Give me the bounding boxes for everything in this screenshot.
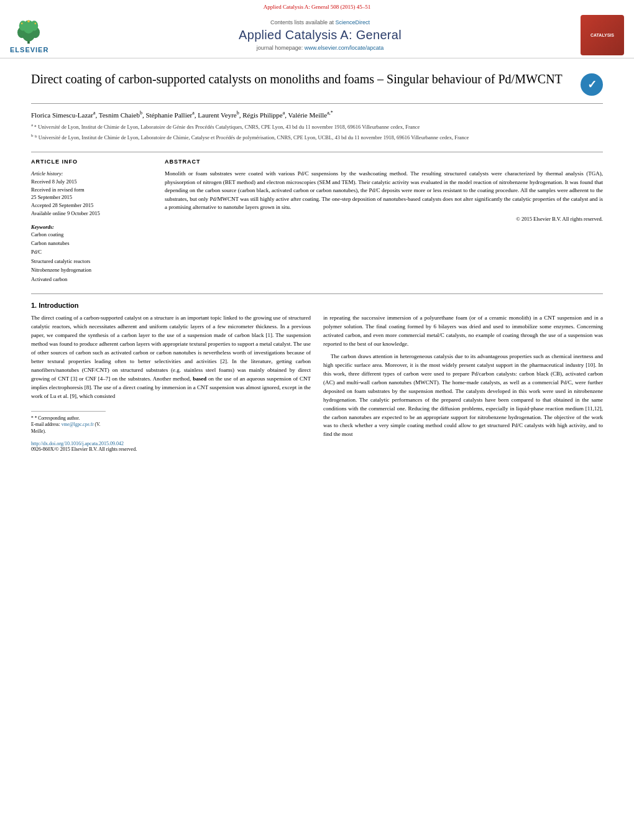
header-center: Contents lists available at ScienceDirec… [60, 19, 581, 51]
footnote-star-line: * * Corresponding author. [31, 415, 106, 422]
abstract-column: ABSTRACT Monolith or foam substrates wer… [165, 159, 603, 284]
introduction-heading: 1. Introduction [31, 302, 603, 309]
crossmark-badge[interactable]: ✓ [581, 73, 603, 96]
received-revised-date: 25 September 2015 [31, 193, 152, 201]
article-title-section: Direct coating of carbon-supported catal… [31, 71, 603, 104]
intro-para-1: The direct coating of a carbon-supported… [31, 314, 311, 400]
sciencedirect-line: Contents lists available at ScienceDirec… [60, 19, 581, 25]
article-history: Article history: Received 8 July 2015 Re… [31, 170, 152, 218]
keywords-list: Carbon coating Carbon nanotubes Pd/C Str… [31, 230, 152, 284]
doi-section: http://dx.doi.org/10.1016/j.apcata.2015.… [31, 441, 311, 452]
author-veyre: Laurent Veyreb [198, 111, 239, 119]
keyword-4: Structured catalytic reactors [31, 257, 152, 265]
affiliation-a: a ᵃ Université de Lyon, Institut de Chim… [31, 122, 603, 131]
article-info-heading: ARTICLE INFO [31, 159, 152, 165]
elsevier-logo: ELSEVIER [10, 17, 60, 53]
history-label: Article history: [31, 170, 152, 178]
issn-line: 0926-860X/© 2015 Elsevier B.V. All right… [31, 446, 311, 452]
available-date: Available online 9 October 2015 [31, 210, 152, 218]
accepted-date: Accepted 28 September 2015 [31, 201, 152, 210]
keyword-6: Activated carbon [31, 275, 152, 284]
elsevier-tree-icon [10, 17, 47, 45]
footnote-email-link[interactable]: vme@lgpc.cpe.fr [62, 422, 94, 427]
keyword-2: Carbon nanotubes [31, 239, 152, 247]
homepage-link[interactable]: www.elsevier.com/locate/apcata [305, 45, 384, 51]
journal-reference: Applied Catalysis A: General 508 (2015) … [0, 4, 634, 10]
author-chaieb: Tesnim Chaiebb [99, 111, 142, 119]
keywords-section: Keywords: Carbon coating Carbon nanotube… [31, 224, 152, 284]
body-section: 1. Introduction The direct coating of a … [31, 293, 603, 452]
catalysis-logo-text: CATALYSIS [590, 33, 614, 37]
copyright-line: © 2015 Elsevier B.V. All rights reserved… [165, 216, 603, 222]
crossmark-icon: ✓ [587, 78, 597, 91]
author-philippe: Régis Philippea [242, 111, 285, 119]
body-left-text: The direct coating of a carbon-supported… [31, 314, 311, 400]
footnote-email-line: E-mail address: vme@lgpc.cpe.fr (V. Meil… [31, 422, 106, 435]
catalysis-journal-logo: CATALYSIS [581, 15, 624, 55]
author-simescu: Florica Simescu-Lazara [31, 111, 95, 119]
doi-link[interactable]: http://dx.doi.org/10.1016/j.apcata.2015.… [31, 441, 311, 446]
article-info-abstract-section: ARTICLE INFO Article history: Received 8… [31, 152, 603, 284]
right-para-1: in repeating the successive immersion of… [323, 314, 603, 349]
abstract-heading: ABSTRACT [165, 159, 603, 165]
homepage-line: journal homepage: www.elsevier.com/locat… [60, 45, 581, 51]
journal-title-header: Applied Catalysis A: General [60, 28, 581, 42]
author-meille: Valérie Meillea,* [288, 111, 333, 119]
svg-point-9 [34, 22, 36, 24]
body-left-column: The direct coating of a carbon-supported… [31, 314, 311, 452]
abstract-text: Monolith or foam substrates were coated … [165, 170, 603, 212]
svg-point-6 [30, 21, 39, 30]
affiliations: a ᵃ Université de Lyon, Institut de Chim… [31, 122, 603, 142]
right-para-2: The carbon draws attention in heterogene… [323, 353, 603, 439]
footnote-section: * * Corresponding author. E-mail address… [31, 411, 106, 435]
keyword-5: Nitrobenzene hydrogenation [31, 265, 152, 274]
authors-line: Florica Simescu-Lazara, Tesnim Chaiebb, … [31, 110, 603, 119]
journal-header: Applied Catalysis A: General 508 (2015) … [0, 0, 634, 58]
article-info-column: ARTICLE INFO Article history: Received 8… [31, 159, 152, 284]
svg-point-8 [21, 22, 23, 24]
article-title: Direct coating of carbon-supported catal… [31, 71, 581, 87]
body-right-text: in repeating the successive immersion of… [323, 314, 603, 439]
sciencedirect-link[interactable]: ScienceDirect [336, 19, 370, 25]
main-content: Direct coating of carbon-supported catal… [0, 58, 634, 464]
keyword-1: Carbon coating [31, 230, 152, 239]
affiliation-b: b ᵇ Université de Lyon, Institut de Chim… [31, 133, 603, 142]
keyword-3: Pd/C [31, 247, 152, 256]
svg-point-5 [19, 21, 27, 30]
elsevier-brand-text: ELSEVIER [10, 46, 48, 53]
received-date: Received 8 July 2015 [31, 178, 152, 186]
footnote-corresponding: * * Corresponding author. E-mail address… [31, 415, 106, 435]
svg-point-7 [27, 20, 30, 22]
body-two-col: The direct coating of a carbon-supported… [31, 314, 603, 452]
received-revised-label: Received in revised form [31, 186, 152, 194]
body-right-column: in repeating the successive immersion of… [323, 314, 603, 452]
author-pallier: Stéphanie Palliera [145, 111, 194, 119]
keywords-label: Keywords: [31, 224, 152, 230]
